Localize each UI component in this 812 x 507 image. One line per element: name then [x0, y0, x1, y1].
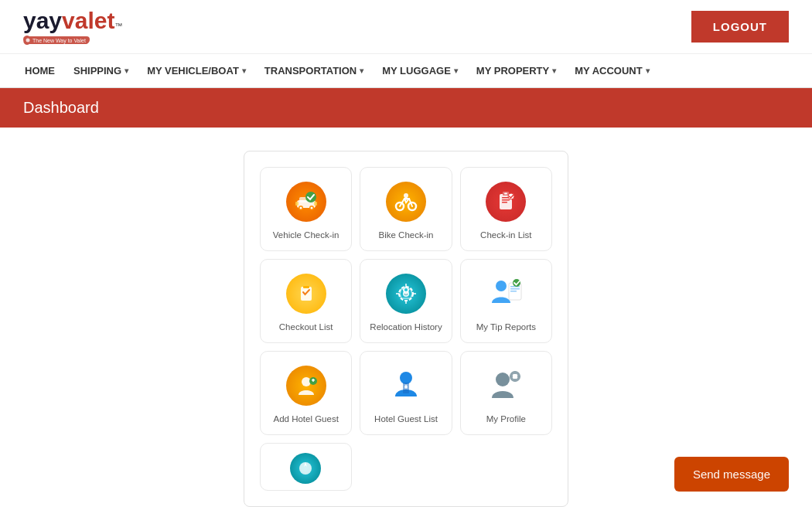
- nav-transportation[interactable]: TRANSPORTATION ▾: [255, 54, 373, 87]
- tile-partial-bottom[interactable]: [260, 443, 352, 491]
- logo-ribbon-icon: The New Way to Valet: [23, 35, 93, 46]
- tile-label-tip-reports: My Tip Reports: [476, 322, 536, 333]
- tile-icon-checkin-list: [484, 180, 527, 223]
- chevron-down-icon: ▾: [125, 66, 128, 75]
- tile-icon-bike-checkin: [384, 180, 428, 223]
- tiles-grid: Vehicle Check-in Bike: [260, 167, 552, 435]
- tile-my-profile[interactable]: My Profile: [460, 351, 552, 435]
- header: yayvalet™ The New Way to Valet LOGOUT: [0, 0, 812, 54]
- chevron-down-icon: ▾: [360, 66, 363, 75]
- logo-yay: yay: [23, 8, 62, 34]
- main-content: Vehicle Check-in Bike: [0, 128, 812, 507]
- svg-rect-17: [502, 199, 510, 201]
- chevron-down-icon: ▾: [646, 66, 650, 75]
- tile-relocation-history[interactable]: Relocation History: [360, 259, 452, 343]
- logo-area: yayvalet™ The New Way to Valet: [23, 8, 122, 46]
- svg-rect-37: [312, 379, 314, 382]
- tile-icon-my-profile: [484, 364, 527, 407]
- tile-bike-checkin[interactable]: Bike Check-in: [360, 167, 452, 251]
- nav-home[interactable]: HOME: [15, 54, 64, 87]
- tile-hotel-guest-list[interactable]: Hotel Guest List: [360, 351, 452, 435]
- svg-point-27: [404, 288, 408, 291]
- tiles-container: Vehicle Check-in Bike: [244, 151, 568, 507]
- tile-icon-checkout-list: [285, 272, 328, 315]
- nav-shipping[interactable]: SHIPPING ▾: [64, 54, 138, 87]
- nav-property[interactable]: MY PROPERTY ▾: [467, 54, 565, 87]
- nav-luggage[interactable]: MY LUGGAGE ▾: [373, 54, 467, 87]
- svg-point-0: [26, 39, 30, 43]
- tile-icon-partial: [287, 453, 324, 484]
- tile-label-relocation-history: Relocation History: [370, 322, 442, 333]
- chevron-down-icon: ▾: [552, 66, 556, 75]
- tile-icon-vehicle-checkin: [285, 180, 328, 223]
- tile-icon-relocation-history: [384, 272, 428, 315]
- svg-rect-23: [303, 286, 309, 288]
- svg-rect-44: [514, 371, 517, 374]
- svg-rect-20: [504, 193, 507, 195]
- svg-rect-47: [517, 375, 520, 377]
- tile-icon-tip-reports: [484, 272, 527, 315]
- svg-rect-46: [510, 375, 513, 377]
- svg-point-5: [299, 207, 302, 209]
- tile-label-hotel-guest-list: Hotel Guest List: [374, 413, 438, 425]
- tile-label-my-profile: My Profile: [486, 413, 526, 425]
- chevron-down-icon: ▾: [454, 66, 458, 75]
- tile-label-vehicle-checkin: Vehicle Check-in: [273, 230, 339, 241]
- main-nav: HOME SHIPPING ▾ MY VEHICLE/BOAT ▾ TRANSP…: [0, 54, 812, 88]
- tile-label-add-hotel-guest: Add Hotel Guest: [273, 413, 338, 425]
- svg-rect-18: [502, 202, 507, 203]
- svg-point-41: [496, 373, 510, 386]
- nav-account[interactable]: MY ACCOUNT ▾: [565, 54, 658, 87]
- send-message-button[interactable]: Send message: [674, 457, 789, 492]
- tile-icon-add-hotel-guest: [285, 364, 328, 407]
- svg-point-43: [513, 373, 518, 379]
- tile-vehicle-checkin[interactable]: Vehicle Check-in: [260, 167, 352, 251]
- svg-rect-45: [514, 379, 517, 382]
- nav-vehicle-boat[interactable]: MY VEHICLE/BOAT ▾: [138, 54, 255, 87]
- tile-label-bike-checkin: Bike Check-in: [379, 230, 434, 241]
- logo-valet: valet: [62, 8, 114, 34]
- svg-rect-14: [404, 197, 408, 200]
- dashboard-bar: Dashboard: [0, 88, 812, 128]
- svg-point-28: [496, 281, 507, 291]
- tile-add-hotel-guest[interactable]: Add Hotel Guest: [260, 351, 352, 435]
- svg-point-7: [310, 207, 312, 209]
- svg-rect-31: [510, 288, 520, 290]
- tile-label-checkout-list: Checkout List: [279, 322, 333, 333]
- logout-button[interactable]: LOGOUT: [691, 11, 789, 43]
- dashboard-title: Dashboard: [23, 99, 99, 116]
- tile-label-checkin-list: Check-in List: [480, 230, 531, 241]
- tile-checkin-list[interactable]: Check-in List: [460, 167, 552, 251]
- tile-checkout-list[interactable]: Checkout List: [260, 259, 352, 343]
- svg-rect-8: [295, 202, 299, 206]
- tile-icon-hotel-guest-list: [384, 364, 428, 407]
- svg-rect-9: [314, 202, 317, 206]
- chevron-down-icon: ▾: [242, 66, 246, 75]
- svg-text:The New Way to Valet: The New Way to Valet: [32, 38, 86, 44]
- tile-tip-reports[interactable]: My Tip Reports: [460, 259, 552, 343]
- svg-point-38: [400, 372, 412, 384]
- svg-rect-32: [510, 291, 517, 292]
